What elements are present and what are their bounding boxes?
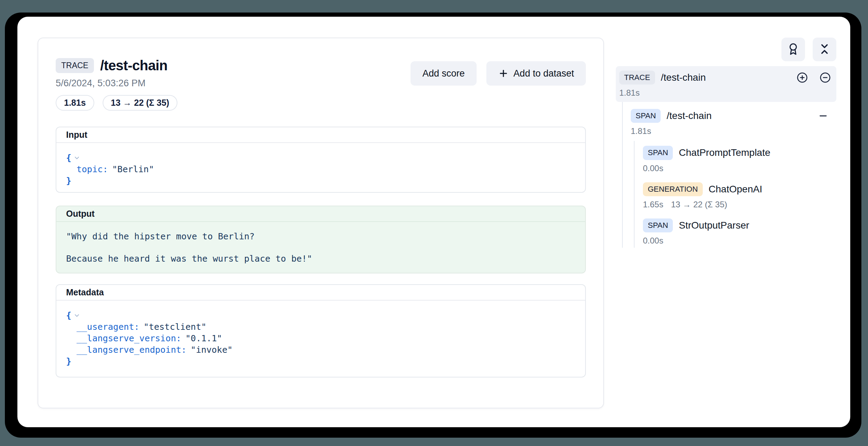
add-to-dataset-label: Add to dataset — [513, 68, 574, 79]
add-to-dataset-button[interactable]: Add to dataset — [486, 61, 586, 86]
collapse-all-button[interactable] — [820, 72, 831, 83]
json-entry: topic: "Berlin" — [66, 164, 575, 175]
app-window: TRACE /test-chain 5/6/2024, 5:03:26 PM 1… — [17, 17, 850, 427]
span-node-latency: 0.00s — [643, 236, 836, 246]
json-entry: __langserve_endpoint: "invoke" — [66, 344, 575, 356]
tree-node-child[interactable]: SPAN ChatPromptTemplate 0.00s — [643, 146, 836, 173]
json-close-line: } — [66, 175, 575, 186]
trace-actions: Add score Add to dataset — [411, 61, 586, 86]
json-entry: __langserve_version: "0.1.1" — [66, 333, 575, 344]
input-json-viewer: { topic: "Berlin" } — [56, 143, 585, 193]
chevron-down-icon[interactable] — [73, 154, 80, 161]
trace-detail-card: TRACE /test-chain 5/6/2024, 5:03:26 PM 1… — [38, 38, 604, 408]
trace-tree: TRACE /test-chain 1.81s — [616, 66, 836, 248]
input-section-title: Input — [56, 127, 585, 143]
trace-header: TRACE /test-chain 5/6/2024, 5:03:26 PM 1… — [38, 38, 603, 111]
span-node-badge: SPAN — [643, 218, 673, 232]
trace-timestamp: 5/6/2024, 5:03:26 PM — [56, 78, 177, 89]
expand-all-button[interactable] — [797, 72, 808, 83]
metadata-section-title: Metadata — [56, 285, 585, 301]
trace-type-badge: TRACE — [56, 58, 94, 73]
add-score-button[interactable]: Add score — [411, 61, 477, 86]
json-value: "Berlin" — [112, 164, 154, 175]
span-node-label: /test-chain — [667, 110, 711, 121]
output-body: "Why did the hipster move to Berlin? Bec… — [56, 222, 585, 273]
json-open-line: { — [66, 310, 575, 321]
page-title: /test-chain — [100, 58, 167, 73]
span-node-badge: SPAN — [643, 146, 673, 160]
output-text: "Why did the hipster move to Berlin? Bec… — [66, 231, 575, 264]
json-key: __langserve_version: — [77, 333, 181, 344]
add-score-label: Add score — [422, 68, 465, 79]
json-key: __langserve_endpoint: — [77, 344, 186, 356]
latency-pill: 1.81s — [56, 95, 94, 111]
tree-node-root-span[interactable]: SPAN /test-chain 1.81s — [631, 109, 836, 136]
trace-node-label: /test-chain — [661, 72, 706, 83]
generation-node-latency: 1.65s — [643, 200, 663, 209]
json-value: "testclient" — [144, 321, 207, 333]
tree-row-actions — [797, 72, 831, 83]
open-brace: { — [66, 310, 71, 321]
metadata-section: Metadata { __useragent: "testclient" __l… — [56, 284, 586, 377]
chevron-down-icon[interactable] — [73, 312, 80, 319]
json-key: topic: — [77, 164, 108, 175]
json-value: "invoke" — [191, 344, 232, 356]
trace-node-badge: TRACE — [619, 71, 655, 85]
trace-tree-panel: TRACE /test-chain 1.81s — [616, 38, 836, 248]
trace-node-latency: 1.81s — [619, 88, 831, 98]
output-section: Output "Why did the hipster move to Berl… — [56, 206, 586, 273]
span-node-latency: 1.81s — [631, 126, 836, 136]
generation-node-tokens: 13 → 22 (Σ 35) — [671, 200, 727, 209]
output-section-title: Output — [56, 206, 585, 222]
award-button[interactable] — [781, 38, 805, 61]
span-node-latency: 0.00s — [643, 164, 836, 173]
json-close-line: } — [66, 356, 575, 367]
json-open-line: { — [66, 152, 575, 164]
tree-node-child[interactable]: GENERATION ChatOpenAI 1.65s 13 → 22 (Σ 3… — [643, 182, 836, 209]
trace-header-left: TRACE /test-chain 5/6/2024, 5:03:26 PM 1… — [56, 58, 177, 111]
trace-title-row: TRACE /test-chain — [56, 58, 177, 73]
award-icon — [787, 43, 799, 56]
json-entry: __useragent: "testclient" — [66, 321, 575, 333]
open-brace: { — [66, 152, 71, 164]
generation-node-label: ChatOpenAI — [709, 184, 762, 195]
generation-node-badge: GENERATION — [643, 182, 703, 196]
json-key: __useragent: — [77, 321, 140, 333]
plus-icon — [498, 68, 509, 79]
span-node-label: StrOutputParser — [679, 220, 749, 231]
tree-level-1: SPAN /test-chain 1.81s SPAN ChatPromptTe… — [622, 102, 836, 248]
collapse-node-button[interactable] — [818, 111, 828, 121]
generation-node-meta: 1.65s 13 → 22 (Σ 35) — [643, 200, 836, 209]
metadata-json-viewer: { __useragent: "testclient" __langserve_… — [56, 301, 585, 376]
close-brace: } — [66, 175, 71, 186]
close-brace: } — [66, 356, 71, 367]
token-usage-pill: 13 → 22 (Σ 35) — [103, 95, 178, 111]
tree-node-child[interactable]: SPAN StrOutputParser 0.00s — [643, 218, 836, 246]
collapse-vertical-icon — [818, 43, 831, 56]
trace-stats-row: 1.81s 13 → 22 (Σ 35) — [56, 95, 177, 111]
panel-toolbar — [616, 38, 836, 61]
collapse-panel-button[interactable] — [813, 38, 836, 61]
span-node-badge: SPAN — [631, 109, 661, 123]
input-section: Input { topic: "Berlin" } — [56, 127, 586, 193]
json-value: "0.1.1" — [185, 333, 222, 344]
span-node-label: ChatPromptTemplate — [679, 147, 770, 158]
tree-node-trace[interactable]: TRACE /test-chain 1.81s — [616, 66, 836, 102]
tree-level-2: SPAN ChatPromptTemplate 0.00s GENERATION… — [634, 141, 836, 248]
